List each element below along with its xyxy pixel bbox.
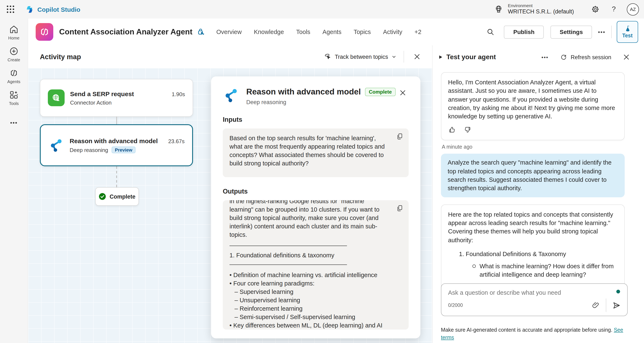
node-subtitle: Deep reasoning	[70, 147, 108, 153]
test-panel-title: Test your agent	[446, 53, 496, 61]
user-message: Analyze the search query "machine learni…	[441, 154, 625, 197]
activity-map-header: Activity map Track between topics	[28, 45, 432, 68]
test-panel-more-button[interactable]: •••	[542, 54, 548, 60]
track-lasso-icon	[323, 53, 332, 61]
left-sidebar: Home Create Agents	[0, 19, 28, 343]
outputs-item: – Supervised learning	[230, 287, 388, 296]
test-button[interactable]: Test	[617, 21, 638, 43]
environment-text: Environment WRITECH S.R.L. (default)	[508, 3, 574, 16]
refresh-icon	[560, 54, 567, 61]
sidebar-item-home[interactable]: Home	[8, 24, 19, 40]
app-launcher-icon[interactable]	[4, 3, 17, 16]
flow-status-complete[interactable]: Complete	[95, 187, 139, 206]
thumbs-up-icon[interactable]	[448, 126, 456, 134]
plus-circle-icon	[9, 46, 19, 56]
tools-icon	[9, 90, 19, 100]
detail-close-button[interactable]	[397, 87, 409, 99]
outputs-paragraph: in the highest-ranking Google results fo…	[230, 200, 388, 239]
sidebar-item-agents[interactable]: Agents	[7, 68, 20, 84]
test-agent-panel: Test your agent ••• Refresh session	[432, 45, 644, 343]
environment-name: WRITECH S.R.L. (default)	[508, 9, 574, 16]
tab-topics[interactable]: Topics	[354, 29, 371, 35]
message-timestamp: A minute ago	[442, 144, 625, 150]
environment-globe-icon	[494, 5, 504, 14]
close-icon	[414, 53, 420, 60]
character-counter: 0/2000	[448, 303, 463, 308]
connector-action-icon	[48, 89, 64, 106]
send-icon	[612, 301, 621, 310]
refresh-session-button[interactable]: Refresh session	[560, 54, 611, 61]
node-duration: 1.90s	[172, 91, 185, 97]
chat-input[interactable]	[448, 289, 587, 296]
bot-message: Hello, I'm Content Association Analyzer …	[441, 72, 625, 140]
close-icon	[400, 89, 406, 96]
check-circle-icon	[98, 193, 106, 200]
sidebar-item-label: Create	[8, 58, 20, 62]
activity-map-title: Activity map	[40, 53, 81, 61]
flow-node-serp-request[interactable]: Send a SERP request 1.90s Connector Acti…	[40, 79, 193, 117]
test-button-label: Test	[622, 33, 633, 39]
outputs-heading: Outputs	[223, 188, 409, 195]
header-more-button[interactable]: •••	[598, 29, 606, 35]
help-button[interactable]: ?	[608, 3, 620, 16]
sidebar-item-create[interactable]: Create	[8, 46, 20, 62]
sidebar-item-label: Home	[8, 36, 19, 40]
tab-agents[interactable]: Agents	[322, 29, 341, 35]
collapse-caret-icon[interactable]	[439, 56, 442, 59]
gear-icon	[591, 5, 600, 14]
attach-file-button[interactable]	[590, 299, 602, 311]
bot-reply-sub-bullet: What is machine learning? How does it di…	[472, 262, 618, 279]
sidebar-item-label: Tools	[9, 101, 19, 106]
settings-gear-button[interactable]	[589, 3, 602, 16]
outputs-item: – Unsupervised learning	[230, 296, 388, 304]
send-button[interactable]	[610, 299, 622, 311]
home-icon	[9, 24, 19, 35]
paperclip-icon	[592, 301, 600, 309]
ai-disclaimer: Make sure AI-generated content is accura…	[441, 326, 628, 341]
top-bar: Copilot Studio Environment WRITECH S.R.L…	[0, 0, 644, 19]
tab-overview[interactable]: Overview	[216, 29, 242, 35]
user-avatar[interactable]: AZ	[627, 3, 639, 15]
tab-knowledge[interactable]: Knowledge	[254, 29, 284, 35]
copy-inputs-button[interactable]	[396, 133, 404, 140]
settings-button[interactable]: Settings	[550, 26, 592, 39]
agent-header: Content Association Analyzer Agent Overv…	[28, 19, 644, 45]
activity-map-canvas[interactable]: Send a SERP request 1.90s Connector Acti…	[28, 68, 432, 343]
chat-transcript[interactable]: Hello, I'm Content Association Analyzer …	[441, 69, 625, 293]
copy-icon	[396, 204, 404, 212]
sidebar-item-tools[interactable]: Tools	[9, 90, 19, 106]
inputs-heading: Inputs	[223, 116, 409, 123]
environment-picker[interactable]: Environment WRITECH S.R.L. (default)	[494, 3, 574, 16]
node-duration: 23.67s	[168, 138, 184, 144]
lock-key-icon[interactable]	[196, 28, 205, 36]
sidebar-more-button[interactable]: •••	[10, 119, 18, 126]
tab-overflow[interactable]: +2	[414, 29, 422, 35]
brand[interactable]: Copilot Studio	[25, 5, 80, 14]
activity-map-close-button[interactable]	[411, 51, 423, 63]
page-title: Content Association Analyzer Agent	[59, 27, 192, 37]
header-divider	[611, 26, 612, 38]
flow-node-reason-model[interactable]: Reason with advanced model 23.67s Deep r…	[40, 124, 193, 166]
agent-nav-tabs: Overview Knowledge Tools Agents Topics A…	[216, 29, 422, 35]
detail-subtitle: Deep reasoning	[246, 99, 390, 105]
outputs-item: – Semi-supervised / Self-supervised lear…	[230, 313, 388, 321]
test-panel-close-button[interactable]	[620, 51, 632, 63]
outputs-box[interactable]: in the highest-ranking Google results fo…	[223, 200, 409, 329]
flow-connector	[116, 117, 117, 124]
node-detail-panel: Reason with advanced model Complete Deep…	[211, 76, 420, 338]
outputs-item: – Reinforcement learning	[230, 304, 388, 313]
map-header-divider	[404, 51, 404, 63]
flow-connector-dashed	[116, 166, 117, 187]
copilot-studio-app: Copilot Studio Environment WRITECH S.R.L…	[0, 0, 644, 343]
environment-label: Environment	[508, 3, 574, 9]
close-icon	[623, 54, 630, 61]
tab-activity[interactable]: Activity	[383, 29, 402, 35]
copy-outputs-button[interactable]	[396, 204, 404, 212]
track-selector[interactable]: Track between topics	[323, 53, 396, 61]
search-button[interactable]	[484, 25, 497, 39]
outputs-divider	[230, 246, 347, 246]
tab-tools[interactable]: Tools	[296, 29, 310, 35]
publish-button[interactable]: Publish	[504, 26, 544, 39]
thumbs-down-icon[interactable]	[463, 126, 472, 134]
help-icon: ?	[612, 5, 616, 14]
